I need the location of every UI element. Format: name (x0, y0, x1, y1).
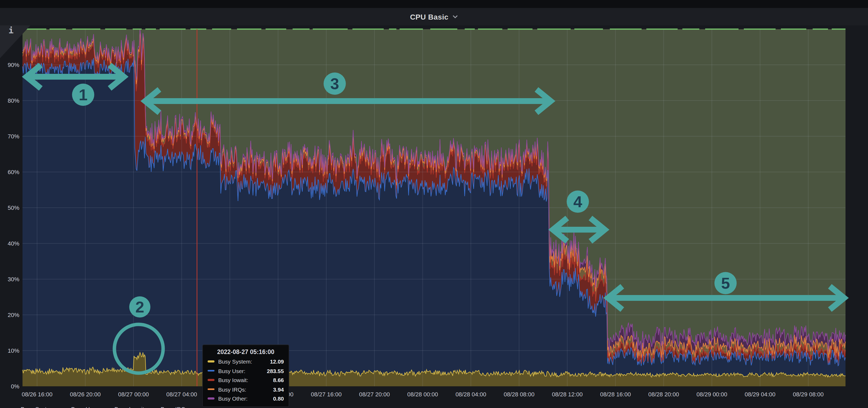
tooltip-series-label: Busy User: (218, 368, 245, 374)
tooltip-series-value: 283.55 (267, 368, 284, 374)
tooltip-series-label: Busy Iowait: (218, 377, 248, 383)
svg-text:08/27 16:00: 08/27 16:00 (311, 391, 342, 398)
svg-text:08/26 20:00: 08/26 20:00 (70, 391, 101, 398)
legend-label[interactable]: Busy IRQs (160, 406, 188, 408)
legend-item-busy-system[interactable]: Busy System (10, 406, 55, 408)
legend-label[interactable]: Busy System (21, 406, 55, 408)
svg-text:08/27 04:00: 08/27 04:00 (166, 391, 197, 398)
tooltip-series-label: Busy IRQs: (218, 386, 246, 393)
svg-text:08/28 20:00: 08/28 20:00 (648, 391, 679, 398)
tooltip-series-label: Busy Other: (218, 395, 248, 402)
svg-text:08/29 00:00: 08/29 00:00 (696, 391, 727, 398)
panel-header[interactable]: CPU Basic (0, 8, 868, 25)
svg-text:40%: 40% (8, 240, 19, 247)
svg-text:0%: 0% (11, 383, 19, 390)
legend-item-busy-irqs[interactable]: Busy IRQs (150, 406, 188, 408)
tooltip-row: Busy System: 12.09 (208, 358, 284, 365)
svg-text:10%: 10% (8, 347, 19, 354)
chevron-down-icon[interactable] (452, 15, 458, 19)
svg-text:08/26 16:00: 08/26 16:00 (22, 391, 53, 398)
svg-text:08/28 08:00: 08/28 08:00 (504, 391, 534, 398)
tooltip-row: Busy User: 283.55 (208, 368, 284, 374)
tooltip-series-value: 0.80 (273, 395, 284, 402)
cpu-basic-panel: CPU Basic i 0%10%20%30%40%50%60%70%80%90… (0, 8, 868, 408)
tooltip-row: Busy IRQs: 3.94 (208, 386, 284, 393)
tooltip-series-value: 8.66 (273, 377, 284, 383)
panel-title[interactable]: CPU Basic (410, 12, 448, 21)
svg-text:08/28 12:00: 08/28 12:00 (552, 391, 583, 398)
cpu-usage-chart[interactable]: 0%10%20%30%40%50%60%70%80%90%100%08/26 1… (0, 8, 868, 408)
svg-text:50%: 50% (8, 205, 19, 211)
tooltip-timestamp: 2022-08-27 05:16:00 (208, 349, 284, 355)
tooltip-series-label: Busy System: (218, 358, 252, 365)
svg-text:20%: 20% (8, 312, 19, 318)
series-color-dash (208, 379, 215, 381)
info-icon[interactable]: i (8, 25, 13, 35)
series-color-dash (208, 388, 215, 390)
tooltip-row: Busy Iowait: 8.66 (208, 377, 284, 383)
legend-item-busy-user[interactable]: Busy User (60, 406, 98, 408)
svg-text:08/27 20:00: 08/27 20:00 (359, 391, 390, 398)
series-color-dash (208, 370, 215, 372)
legend-label[interactable]: Busy Iowait (114, 406, 144, 408)
chart-legend: Busy System Busy User Busy Iowait Busy I… (10, 406, 189, 408)
svg-text:70%: 70% (8, 133, 19, 140)
grafana-panel-screenshot: CPU Basic i 0%10%20%30%40%50%60%70%80%90… (0, 0, 868, 408)
svg-text:30%: 30% (8, 276, 19, 282)
legend-item-busy-iowait[interactable]: Busy Iowait (104, 406, 144, 408)
series-color-dash (208, 398, 215, 400)
svg-text:08/27 00:00: 08/27 00:00 (118, 391, 149, 398)
svg-text:60%: 60% (8, 169, 19, 175)
chart-tooltip: 2022-08-27 05:16:00 Busy System: 12.09 B… (202, 344, 289, 407)
svg-text:08/28 00:00: 08/28 00:00 (407, 391, 438, 398)
svg-text:80%: 80% (8, 97, 19, 104)
legend-label[interactable]: Busy User (71, 406, 98, 408)
tooltip-series-value: 12.09 (270, 358, 284, 365)
svg-text:90%: 90% (8, 62, 19, 68)
tooltip-series-value: 3.94 (273, 386, 284, 393)
svg-text:08/28 16:00: 08/28 16:00 (600, 391, 631, 398)
tooltip-row: Busy Other: 0.80 (208, 395, 284, 402)
svg-text:08/28 04:00: 08/28 04:00 (456, 391, 486, 398)
svg-text:08/29 08:00: 08/29 08:00 (793, 391, 824, 398)
svg-text:08/29 04:00: 08/29 04:00 (745, 391, 775, 398)
series-color-dash (208, 361, 215, 363)
